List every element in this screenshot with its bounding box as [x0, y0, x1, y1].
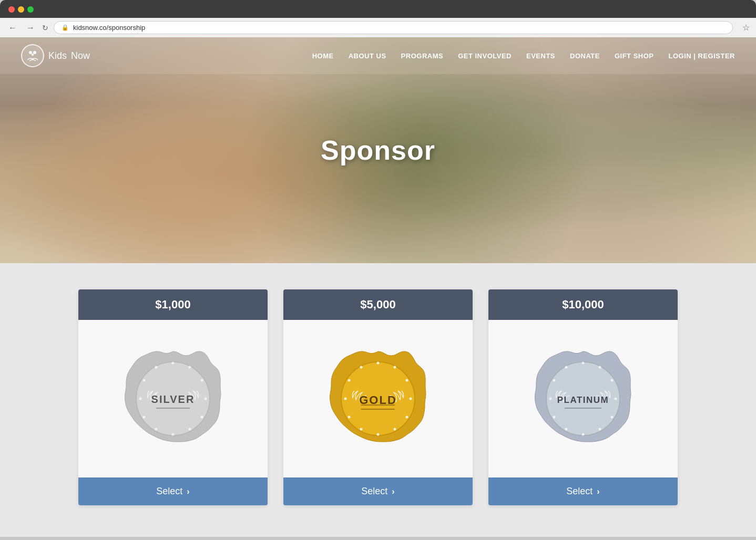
svg-point-23: [406, 416, 408, 419]
svg-point-15: [155, 366, 158, 369]
svg-point-21: [406, 379, 408, 382]
security-icon: 🔒: [62, 24, 69, 31]
logo-svg: [25, 48, 40, 63]
svg-text:SILVER: SILVER: [151, 393, 195, 405]
svg-point-7: [205, 398, 207, 400]
svg-text:GOLD: GOLD: [359, 393, 397, 407]
svg-point-38: [615, 398, 617, 400]
silver-card-header: $1,000: [78, 289, 268, 320]
nav-login-register[interactable]: LOGIN | REGISTER: [669, 52, 735, 60]
address-bar[interactable]: 🔒 kidsnow.co/sponsorship: [54, 21, 733, 34]
nav-programs[interactable]: PROGRAMS: [401, 52, 444, 60]
browser-titlebar: [0, 6, 756, 18]
svg-point-4: [172, 362, 175, 365]
svg-point-20: [394, 366, 396, 369]
platinum-card: $10,000: [488, 289, 678, 505]
logo-text-left: Kids: [48, 50, 67, 61]
nav-get-involved[interactable]: GET INVOLVED: [458, 52, 512, 60]
svg-point-2: [32, 54, 34, 56]
svg-point-36: [599, 366, 601, 369]
forward-button[interactable]: →: [24, 22, 37, 34]
hero-section: Kids Now HOME ABOUT US PROGRAMS GET INVO…: [0, 37, 756, 263]
site-logo[interactable]: Kids Now: [21, 44, 90, 67]
logo-icon: [21, 44, 44, 67]
nav-events[interactable]: EVENTS: [526, 52, 555, 60]
nav-links: HOME ABOUT US PROGRAMS GET INVOLVED EVEN…: [312, 51, 735, 60]
gold-amount: $5,000: [360, 298, 395, 311]
gold-card-body: GOLD: [283, 320, 473, 477]
bookmark-button[interactable]: ☆: [742, 23, 750, 33]
gold-chevron: ›: [392, 487, 394, 496]
url-text: kidsnow.co/sponsorship: [73, 24, 145, 32]
svg-point-29: [348, 379, 351, 382]
silver-badge: SILVER: [120, 346, 226, 451]
svg-point-8: [201, 416, 203, 419]
svg-point-12: [143, 416, 146, 419]
svg-point-39: [611, 416, 614, 419]
back-button[interactable]: ←: [6, 22, 19, 34]
platinum-select-label: Select: [566, 486, 592, 497]
website-content: Kids Now HOME ABOUT US PROGRAMS GET INVO…: [0, 37, 756, 537]
svg-point-27: [348, 416, 351, 419]
platinum-chevron: ›: [597, 487, 599, 496]
svg-point-24: [394, 428, 396, 431]
silver-amount: $1,000: [155, 298, 190, 311]
nav-about[interactable]: ABOUT US: [349, 52, 386, 60]
silver-chevron: ›: [187, 487, 189, 496]
browser-toolbar: ← → ↻ 🔒 kidsnow.co/sponsorship ☆: [0, 18, 756, 37]
gold-select-button[interactable]: Select ›: [283, 477, 473, 505]
gold-card: $5,000: [283, 289, 473, 505]
svg-point-6: [201, 379, 203, 382]
platinum-select-button[interactable]: Select ›: [488, 477, 678, 505]
platinum-amount: $10,000: [562, 298, 604, 311]
platinum-badge-svg: PLATINUM: [530, 346, 636, 451]
hero-title: Sponsor: [321, 134, 435, 166]
svg-point-5: [189, 366, 191, 369]
silver-card: $1,000: [78, 289, 268, 505]
svg-point-11: [155, 428, 158, 431]
svg-point-42: [565, 428, 568, 431]
gold-badge-svg: GOLD: [325, 346, 431, 451]
sponsorship-section: $1,000: [0, 263, 756, 537]
silver-card-body: SILVER: [78, 320, 268, 477]
gold-badge: GOLD: [325, 346, 431, 451]
svg-point-22: [410, 398, 412, 400]
nav-donate[interactable]: DONATE: [570, 52, 600, 60]
gold-select-label: Select: [361, 486, 387, 497]
close-dot[interactable]: [8, 6, 15, 13]
nav-home[interactable]: HOME: [312, 52, 334, 60]
svg-point-1: [33, 51, 36, 54]
svg-point-40: [599, 428, 601, 431]
browser-window: ← → ↻ 🔒 kidsnow.co/sponsorship ☆: [0, 0, 756, 37]
fullscreen-dot[interactable]: [27, 6, 34, 13]
platinum-badge: PLATINUM: [530, 346, 636, 451]
gold-card-header: $5,000: [283, 289, 473, 320]
svg-point-46: [565, 366, 568, 369]
platinum-card-body: PLATINUM: [488, 320, 678, 477]
svg-point-30: [360, 366, 363, 369]
silver-badge-svg: SILVER: [120, 346, 226, 451]
svg-point-45: [553, 379, 556, 382]
logo-text-right: Now: [71, 50, 90, 61]
svg-point-43: [553, 416, 556, 419]
window-controls: [8, 6, 34, 13]
svg-point-28: [344, 398, 347, 400]
svg-point-0: [29, 51, 32, 54]
nav-gift-shop[interactable]: GIFT SHOP: [615, 52, 654, 60]
silver-select-button[interactable]: Select ›: [78, 477, 268, 505]
site-navigation: Kids Now HOME ABOUT US PROGRAMS GET INVO…: [0, 37, 756, 74]
svg-point-10: [172, 433, 175, 436]
refresh-button[interactable]: ↻: [42, 24, 48, 32]
svg-point-25: [377, 433, 380, 436]
svg-point-13: [139, 398, 142, 400]
silver-select-label: Select: [156, 486, 182, 497]
svg-point-37: [611, 379, 614, 382]
minimize-dot[interactable]: [18, 6, 24, 13]
svg-point-35: [582, 362, 585, 365]
svg-text:PLATINUM: PLATINUM: [557, 395, 609, 405]
svg-point-44: [549, 398, 552, 400]
svg-point-26: [360, 428, 363, 431]
svg-point-19: [377, 362, 380, 365]
svg-point-14: [143, 379, 146, 382]
platinum-card-header: $10,000: [488, 289, 678, 320]
